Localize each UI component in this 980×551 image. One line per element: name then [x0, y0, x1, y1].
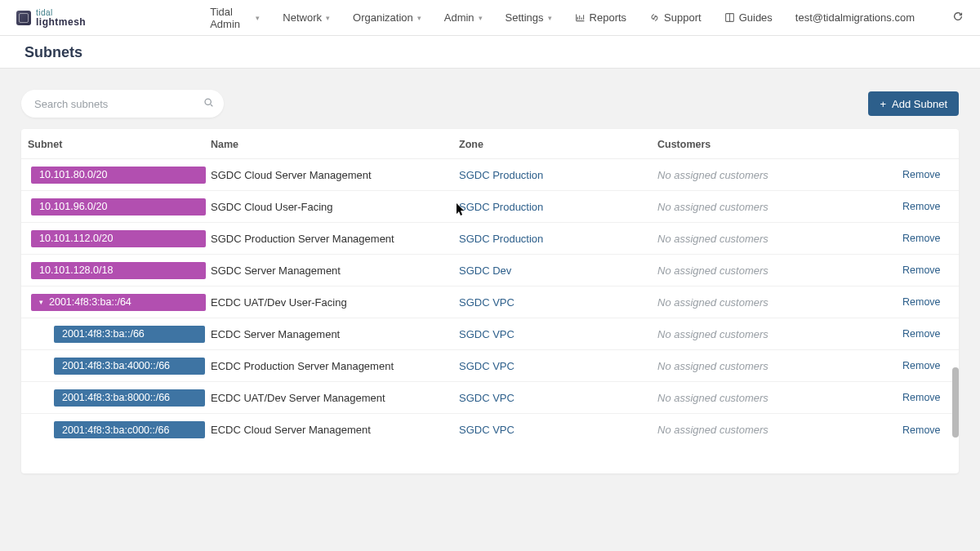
- nav-network[interactable]: Network ▾: [273, 7, 340, 29]
- remove-link[interactable]: Remove: [902, 328, 959, 340]
- table-row: 2001:4f8:3:ba::/66ECDC Server Management…: [21, 318, 959, 350]
- zone-link[interactable]: SGDC Dev: [459, 264, 657, 277]
- search-input[interactable]: [21, 90, 224, 118]
- brand-line2: lightmesh: [36, 17, 86, 27]
- col-zone: Zone: [459, 139, 657, 150]
- nav-tidal-admin[interactable]: Tidal Admin ▾: [200, 1, 270, 35]
- chevron-down-icon: ▾: [479, 14, 483, 22]
- subnet-name: ECDC Cloud Server Management: [211, 424, 459, 436]
- add-subnet-button[interactable]: + Add Subnet: [868, 91, 959, 116]
- customers-cell: No assigned customers: [657, 424, 902, 436]
- refresh-icon[interactable]: [952, 11, 964, 24]
- col-subnet: Subnet: [21, 139, 211, 150]
- subnet-cidr: 2001:4f8:3:ba:4000::/66: [62, 360, 170, 371]
- table-row: 2001:4f8:3:ba:8000::/66ECDC UAT/Dev Serv…: [21, 382, 959, 414]
- chart-icon: [575, 12, 586, 23]
- remove-link[interactable]: Remove: [902, 233, 959, 244]
- table-row: 10.101.80.0/20SGDC Cloud Server Manageme…: [21, 159, 959, 191]
- subnet-cidr: 10.101.80.0/20: [39, 169, 107, 180]
- nav-organization[interactable]: Organization ▾: [343, 7, 431, 29]
- remove-link[interactable]: Remove: [902, 392, 959, 403]
- zone-link[interactable]: SGDC VPC: [459, 360, 657, 372]
- nav-guides[interactable]: Guides: [715, 7, 782, 29]
- customers-cell: No assigned customers: [657, 201, 902, 213]
- subnet-pill[interactable]: 2001:4f8:3:ba:8000::/66: [54, 389, 205, 407]
- content-area: + Add Subnet Subnet Name Zone Customers …: [0, 69, 980, 498]
- nav-label: Network: [283, 11, 322, 24]
- customers-cell: No assigned customers: [657, 328, 902, 340]
- book-icon: [724, 12, 735, 23]
- table-row: 10.101.96.0/20SGDC Cloud User-FacingSGDC…: [21, 191, 959, 223]
- table-row: 2001:4f8:3:ba:4000::/66ECDC Production S…: [21, 350, 959, 382]
- col-name: Name: [211, 139, 459, 150]
- subnet-pill[interactable]: 10.101.112.0/20: [31, 230, 206, 247]
- nav-support[interactable]: Support: [639, 7, 711, 29]
- nav-label: Settings: [506, 11, 544, 24]
- search-icon[interactable]: [203, 97, 214, 110]
- user-email: test@tidalmigrations.com: [795, 11, 915, 24]
- remove-link[interactable]: Remove: [902, 201, 959, 212]
- subnet-pill[interactable]: 10.101.80.0/20: [31, 167, 206, 184]
- brand-line1: tidal: [36, 9, 86, 17]
- table-row: ▾2001:4f8:3:ba::/64ECDC UAT/Dev User-Fac…: [21, 287, 959, 318]
- subnet-pill[interactable]: 10.101.96.0/20: [31, 198, 206, 216]
- subnet-pill[interactable]: ▾2001:4f8:3:ba::/64: [31, 294, 206, 311]
- remove-link[interactable]: Remove: [902, 296, 959, 308]
- plus-icon: +: [880, 98, 886, 110]
- table-row: 2001:4f8:3:ba:c000::/66ECDC Cloud Server…: [21, 414, 959, 446]
- zone-link[interactable]: SGDC VPC: [459, 296, 657, 309]
- customers-cell: No assigned customers: [657, 360, 902, 372]
- zone-link[interactable]: SGDC Production: [459, 201, 657, 213]
- nav-label: Organization: [353, 11, 413, 24]
- subnet-name: SGDC Production Server Management: [211, 233, 459, 245]
- nav-label: Support: [664, 11, 702, 24]
- remove-link[interactable]: Remove: [902, 360, 959, 371]
- nav-settings[interactable]: Settings ▾: [496, 7, 562, 29]
- remove-link[interactable]: Remove: [902, 264, 959, 276]
- nav-label: Admin: [444, 11, 474, 24]
- nav-reports[interactable]: Reports: [565, 7, 637, 29]
- subnet-cidr: 2001:4f8:3:ba:8000::/66: [62, 392, 170, 403]
- nav-user-email[interactable]: test@tidalmigrations.com: [786, 7, 924, 29]
- zone-link[interactable]: SGDC VPC: [459, 392, 657, 404]
- subnet-name: ECDC UAT/Dev User-Facing: [211, 296, 459, 309]
- topbar: tidal lightmesh Tidal Admin ▾ Network ▾ …: [0, 0, 980, 36]
- chevron-down-icon: ▾: [548, 14, 552, 22]
- zone-link[interactable]: SGDC VPC: [459, 424, 657, 436]
- customers-cell: No assigned customers: [657, 169, 902, 181]
- chevron-down-icon: ▾: [417, 14, 421, 22]
- customers-cell: No assigned customers: [657, 264, 902, 277]
- remove-link[interactable]: Remove: [902, 169, 959, 180]
- subnet-pill[interactable]: 10.101.128.0/18: [31, 262, 206, 279]
- logo-mark-icon: [16, 11, 31, 25]
- chevron-down-icon: ▾: [326, 14, 330, 22]
- nav-label: Tidal Admin: [210, 6, 252, 30]
- subnet-name: ECDC Server Management: [211, 328, 459, 340]
- subnets-table: Subnet Name Zone Customers 10.101.80.0/2…: [21, 129, 959, 473]
- brand-logo[interactable]: tidal lightmesh: [16, 9, 86, 27]
- page-titlebar: Subnets: [0, 36, 980, 69]
- link-icon: [649, 12, 660, 23]
- subnet-pill[interactable]: 2001:4f8:3:ba:c000::/66: [54, 421, 205, 438]
- subnet-cidr: 10.101.96.0/20: [39, 201, 107, 212]
- subnet-name: ECDC UAT/Dev Server Management: [211, 392, 459, 404]
- add-subnet-label: Add Subnet: [892, 98, 947, 110]
- scrollbar-thumb[interactable]: [952, 367, 959, 438]
- table-row: 10.101.128.0/18SGDC Server ManagementSGD…: [21, 255, 959, 287]
- logo-text: tidal lightmesh: [36, 9, 86, 27]
- nav-admin[interactable]: Admin ▾: [434, 7, 492, 29]
- zone-link[interactable]: SGDC VPC: [459, 328, 657, 340]
- remove-link[interactable]: Remove: [902, 424, 959, 436]
- svg-point-1: [205, 99, 211, 104]
- table-row: 10.101.112.0/20SGDC Production Server Ma…: [21, 223, 959, 255]
- subnet-name: ECDC Production Server Management: [211, 360, 459, 372]
- subnet-pill[interactable]: 2001:4f8:3:ba:4000::/66: [54, 358, 205, 375]
- zone-link[interactable]: SGDC Production: [459, 169, 657, 181]
- page-title: Subnets: [24, 44, 956, 61]
- zone-link[interactable]: SGDC Production: [459, 233, 657, 245]
- toolbar: + Add Subnet: [21, 90, 959, 118]
- subnet-cidr: 2001:4f8:3:ba::/66: [62, 328, 145, 340]
- subnet-pill[interactable]: 2001:4f8:3:ba::/66: [54, 326, 205, 343]
- nav-label: Reports: [590, 11, 627, 24]
- chevron-down-icon: ▾: [256, 14, 260, 22]
